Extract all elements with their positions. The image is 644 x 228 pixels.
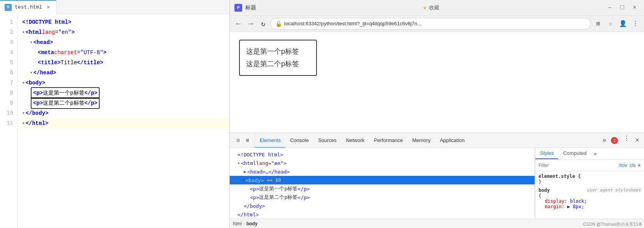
code-line-5: <title>Title</title> bbox=[22, 58, 229, 68]
styles-tab-computed[interactable]: Computed bbox=[558, 148, 591, 159]
tab-sources[interactable]: Sources bbox=[313, 133, 341, 147]
browser-title: 标题 bbox=[245, 4, 256, 11]
collapse-arrow-2: ▾ bbox=[22, 27, 25, 37]
dom-breadcrumb: html › body bbox=[230, 219, 644, 228]
refresh-button[interactable]: ↻ bbox=[258, 18, 269, 29]
bookmark-star-button[interactable]: ☆ bbox=[605, 18, 616, 29]
margin-prop: margin: bbox=[538, 204, 565, 209]
code-line-11: ▾</html> bbox=[22, 118, 229, 128]
browser-panel: P 标题 ★ 收藏 – □ × ← → ↻ 🔒 localhost:63342/… bbox=[230, 0, 644, 228]
html-close-tag: </html> bbox=[26, 118, 49, 128]
line-numbers: 1 2 3 4 5 6 7 8 9 10 11 bbox=[0, 14, 18, 228]
filter-add-button[interactable]: + bbox=[637, 162, 641, 169]
p2-open: <p> bbox=[33, 100, 43, 106]
devtools-more-button[interactable]: » bbox=[601, 133, 608, 147]
editor-tab-bar: H test.html × bbox=[0, 0, 229, 14]
code-line-7: ▾<body> bbox=[22, 78, 229, 88]
devtools-settings-button[interactable]: ⋮ bbox=[621, 133, 632, 144]
editor-panel: H test.html × 1 2 3 4 5 6 7 8 9 10 11 <!… bbox=[0, 0, 230, 228]
browser-toolbar: ← → ↻ 🔒 localhost:63342/python/test.html… bbox=[230, 16, 644, 32]
devtools-body: <!DOCTYPE html> ▾ <html lang="en"> ▶ <he… bbox=[230, 148, 644, 219]
breadcrumb-sep: › bbox=[243, 221, 245, 226]
code-line-10: ▾</body> bbox=[22, 108, 229, 118]
menu-button[interactable]: ⋮ bbox=[630, 18, 641, 29]
head-close-tag: </head> bbox=[33, 68, 56, 78]
element-style-close: } bbox=[538, 179, 541, 184]
page-content: 这是第一个p标签 这是第二个p标签 bbox=[230, 32, 644, 133]
dom-line-body[interactable]: ··· ▼ <body> == $0 bbox=[230, 176, 535, 184]
browser-viewport: 这是第一个p标签 这是第二个p标签 ⊡ ⊞ Elements Console S… bbox=[230, 32, 644, 228]
styles-panel: Styles Computed » :hov .cls + element.st… bbox=[535, 148, 644, 219]
tab-filename: test.html bbox=[15, 4, 42, 10]
p2-bracket-box: <p>这是第二个p标签</p> bbox=[31, 97, 100, 109]
code-line-9: <p>这是第二个p标签</p> bbox=[22, 98, 229, 108]
code-line-8: <p>这是第一个p标签</p> bbox=[22, 88, 229, 98]
address-bar[interactable]: 🔒 localhost:63342/python/test.html?_ijt=… bbox=[270, 18, 591, 30]
body-expand[interactable]: ▼ bbox=[242, 178, 245, 183]
code-line-2: ▾<html lang="en"> bbox=[22, 27, 229, 37]
file-icon: H bbox=[5, 4, 12, 11]
filter-hov[interactable]: :hov bbox=[618, 163, 627, 168]
inspect-element-icon[interactable]: ⊡ bbox=[234, 137, 242, 144]
user-account-button[interactable]: 👤 bbox=[618, 18, 628, 29]
dom-line-html[interactable]: ▾ <html lang="en"> bbox=[230, 159, 535, 167]
bookmarks-label: 收藏 bbox=[429, 4, 439, 11]
editor-tab-test-html[interactable]: H test.html × bbox=[0, 0, 56, 14]
collapse-arrow-10: ▾ bbox=[22, 108, 25, 118]
tab-console[interactable]: Console bbox=[285, 133, 313, 147]
doctype-tag: <!DOCTYPE html> bbox=[22, 17, 71, 27]
body-style-rule: body user agent stylesheet { display: bl… bbox=[538, 188, 641, 209]
tab-elements[interactable]: Elements bbox=[255, 133, 285, 147]
dom-line-p2[interactable]: <p>这是第二个p标签</p> bbox=[230, 193, 535, 202]
close-browser-button[interactable]: × bbox=[630, 3, 639, 12]
title-tag: <title> bbox=[38, 58, 61, 68]
dom-line-head[interactable]: ▶ <head>…</head> bbox=[230, 167, 535, 176]
meta-tag: <meta bbox=[38, 47, 54, 58]
devtools-close-button[interactable]: × bbox=[632, 133, 642, 147]
restore-button[interactable]: □ bbox=[618, 3, 627, 12]
toolbar-icons: ⊞ ☆ 👤 ⋮ bbox=[593, 18, 641, 29]
close-tab-button[interactable]: × bbox=[45, 4, 51, 11]
breadcrumb-html[interactable]: html bbox=[233, 221, 242, 226]
tab-performance[interactable]: Performance bbox=[369, 133, 407, 147]
styles-tab-styles[interactable]: Styles bbox=[535, 148, 558, 159]
minimize-button[interactable]: – bbox=[605, 3, 614, 12]
editor-content: 1 2 3 4 5 6 7 8 9 10 11 <!DOCTYPE html> … bbox=[0, 14, 229, 228]
dot-indicator: ··· bbox=[233, 178, 241, 183]
display-prop: display: bbox=[538, 198, 567, 204]
devtools-tabs-scroll: Elements Console Sources Network Perform… bbox=[255, 133, 601, 147]
dom-tree[interactable]: <!DOCTYPE html> ▾ <html lang="en"> ▶ <he… bbox=[230, 148, 535, 219]
element-style-selector: element.style { bbox=[538, 174, 581, 179]
styles-filter-bar: :hov .cls + bbox=[535, 160, 644, 171]
browser-titlebar: P 标题 ★ 收藏 – □ × bbox=[230, 0, 644, 16]
dom-line-p1[interactable]: <p>这是第一个p标签</p> bbox=[230, 184, 535, 193]
content-box: 这是第一个p标签 这是第二个p标签 bbox=[239, 40, 317, 76]
style-source-label: user agent stylesheet bbox=[587, 188, 641, 193]
filter-cls[interactable]: .cls bbox=[629, 163, 636, 168]
tab-memory[interactable]: Memory bbox=[408, 133, 435, 147]
code-area[interactable]: <!DOCTYPE html> ▾<html lang="en"> ▾<head… bbox=[18, 14, 229, 228]
html-collapse[interactable]: ▾ bbox=[238, 161, 240, 166]
forward-button[interactable]: → bbox=[245, 18, 256, 29]
p2-text: 这是第二个p标签 bbox=[246, 58, 310, 70]
code-line-1: <!DOCTYPE html> bbox=[22, 17, 229, 27]
collapse-arrow-6: ▾ bbox=[30, 68, 33, 78]
tab-application[interactable]: Application bbox=[435, 133, 470, 147]
mobile-icon[interactable]: ⊞ bbox=[244, 137, 252, 144]
breadcrumb-body[interactable]: body bbox=[246, 221, 258, 226]
p1-open: <p> bbox=[33, 90, 43, 96]
display-val: block; bbox=[570, 198, 587, 204]
head-expand[interactable]: ▶ bbox=[244, 169, 246, 174]
bookmarks-bar: ★ 收藏 bbox=[422, 4, 439, 11]
bookmark-page-button[interactable]: ⊞ bbox=[593, 18, 604, 29]
styles-filter-input[interactable] bbox=[538, 163, 617, 168]
dom-line-body-close: </body> bbox=[230, 202, 535, 210]
back-button[interactable]: ← bbox=[233, 18, 244, 29]
collapse-arrow-7: ▾ bbox=[22, 78, 25, 88]
doctype-node: <!DOCTYPE html> bbox=[238, 152, 283, 158]
code-line-4: <meta charset="UTF-8"> bbox=[22, 47, 229, 58]
tab-network[interactable]: Network bbox=[341, 133, 370, 147]
styles-more-button[interactable]: » bbox=[591, 148, 599, 159]
code-line-3: ▾<head> bbox=[22, 37, 229, 47]
collapse-arrow-3: ▾ bbox=[30, 37, 33, 47]
